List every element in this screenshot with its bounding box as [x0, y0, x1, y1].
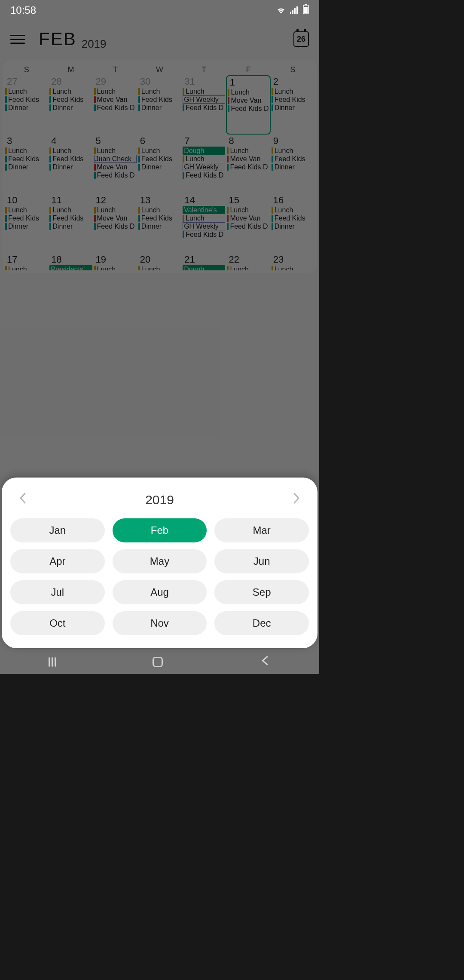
back-button[interactable] — [259, 655, 271, 669]
calendar-cell[interactable]: 23Lunch — [271, 253, 315, 270]
event-chip[interactable]: Lunch — [227, 147, 269, 155]
calendar-cell[interactable]: 27LunchFeed KidsDinner — [4, 75, 49, 135]
event-chip[interactable]: Dinner — [272, 163, 314, 171]
event-chip[interactable]: Presidents' — [49, 265, 92, 270]
event-chip[interactable]: Lunch — [49, 206, 92, 214]
event-chip[interactable]: Lunch — [94, 265, 137, 270]
event-chip[interactable]: Lunch — [49, 87, 92, 95]
event-chip[interactable]: Juan Check — [94, 155, 137, 163]
calendar-cell[interactable]: 15LunchMove VanFeed Kids D — [226, 194, 270, 253]
calendar-cell[interactable]: 14Valentine'sLunchGH WeeklyFeed Kids D — [182, 194, 226, 253]
event-chip[interactable]: Feed Kids — [138, 214, 181, 222]
event-chip[interactable]: Move Van — [94, 95, 137, 104]
event-chip[interactable]: Feed Kids — [272, 95, 314, 104]
event-chip[interactable]: Lunch — [272, 265, 314, 270]
event-chip[interactable]: Feed Kids — [49, 155, 92, 163]
event-chip[interactable]: Lunch — [138, 206, 181, 214]
month-button-mar[interactable]: Mar — [214, 518, 309, 542]
event-chip[interactable]: Feed Kids D — [228, 104, 269, 113]
event-chip[interactable]: Dinner — [272, 104, 314, 112]
event-chip[interactable]: Feed Kids D — [94, 104, 137, 112]
recents-button[interactable] — [49, 657, 56, 667]
calendar-cell[interactable]: 17Lunch — [4, 253, 49, 270]
event-chip[interactable]: Move Van — [94, 214, 137, 222]
event-chip[interactable]: Lunch — [272, 147, 314, 155]
header-year[interactable]: 2019 — [82, 37, 107, 52]
event-chip[interactable]: Feed Kids — [272, 155, 314, 163]
event-chip[interactable]: Lunch — [228, 88, 269, 96]
event-chip[interactable]: GH Weekly — [183, 163, 225, 171]
calendar-cell[interactable]: 2LunchFeed KidsDinner — [271, 75, 315, 135]
event-chip[interactable]: Dough — [183, 265, 225, 270]
calendar-cell[interactable]: 19Lunch — [93, 253, 137, 270]
calendar-cell[interactable]: 8LunchMove VanFeed Kids D — [226, 135, 270, 194]
event-chip[interactable]: Feed Kids — [272, 214, 314, 222]
event-chip[interactable]: Feed Kids — [5, 214, 48, 222]
month-button-oct[interactable]: Oct — [10, 611, 105, 635]
calendar-cell[interactable]: 7DoughLunchGH WeeklyFeed Kids D — [182, 135, 226, 194]
event-chip[interactable]: Lunch — [183, 155, 225, 163]
event-chip[interactable]: Lunch — [5, 147, 48, 155]
month-button-jun[interactable]: Jun — [214, 549, 309, 573]
event-chip[interactable]: Lunch — [272, 206, 314, 214]
event-chip[interactable]: Dinner — [138, 222, 181, 230]
calendar-cell[interactable]: 16LunchFeed KidsDinner — [271, 194, 315, 253]
event-chip[interactable]: Lunch — [138, 87, 181, 95]
event-chip[interactable]: Feed Kids — [138, 155, 181, 163]
event-chip[interactable]: Dinner — [272, 222, 314, 230]
calendar-cell[interactable]: 11LunchFeed KidsDinner — [49, 194, 93, 253]
event-chip[interactable]: Lunch — [183, 87, 225, 95]
event-chip[interactable]: Feed Kids D — [227, 163, 269, 171]
event-chip[interactable]: Lunch — [94, 147, 137, 155]
event-chip[interactable]: Feed Kids D — [183, 171, 225, 179]
event-chip[interactable]: GH Weekly — [183, 222, 225, 230]
calendar-cell[interactable]: 29LunchMove VanFeed Kids D — [93, 75, 137, 135]
event-chip[interactable]: Dinner — [138, 104, 181, 112]
calendar-cell[interactable]: 12LunchMove VanFeed Kids D — [93, 194, 137, 253]
month-button-dec[interactable]: Dec — [214, 611, 309, 635]
header-month[interactable]: FEB — [39, 29, 76, 49]
calendar-cell[interactable]: 6LunchFeed KidsDinner — [137, 135, 182, 194]
event-chip[interactable]: Feed Kids D — [94, 171, 137, 179]
event-chip[interactable]: Lunch — [94, 206, 137, 214]
home-button[interactable] — [153, 657, 163, 667]
event-chip[interactable]: Feed Kids — [5, 95, 48, 104]
calendar-cell[interactable]: 20Lunch — [137, 253, 182, 270]
event-chip[interactable]: Feed Kids D — [227, 222, 269, 230]
event-chip[interactable]: Move Van — [227, 214, 269, 222]
month-button-feb[interactable]: Feb — [113, 518, 207, 542]
event-chip[interactable]: Move Van — [227, 155, 269, 163]
event-chip[interactable]: Valentine's — [183, 206, 225, 214]
event-chip[interactable]: Dinner — [138, 163, 181, 171]
calendar-cell[interactable]: 30LunchFeed KidsDinner — [137, 75, 182, 135]
event-chip[interactable]: Move Van — [94, 163, 137, 171]
event-chip[interactable]: Dinner — [49, 163, 92, 171]
calendar-cell[interactable]: 5LunchJuan CheckMove VanFeed Kids D — [93, 135, 137, 194]
month-button-jul[interactable]: Jul — [10, 580, 105, 604]
event-chip[interactable]: Feed Kids — [49, 95, 92, 104]
event-chip[interactable]: Move Van — [228, 96, 269, 104]
month-button-sep[interactable]: Sep — [214, 580, 309, 604]
event-chip[interactable]: Feed Kids — [138, 95, 181, 104]
today-button[interactable]: 26 — [293, 31, 309, 47]
calendar-cell[interactable]: 3LunchFeed KidsDinner — [4, 135, 49, 194]
calendar-cell[interactable]: 1LunchMove VanFeed Kids D — [226, 75, 270, 135]
month-button-apr[interactable]: Apr — [10, 549, 105, 573]
event-chip[interactable]: Dinner — [5, 104, 48, 112]
event-chip[interactable]: Dinner — [5, 222, 48, 230]
calendar-cell[interactable]: 22Lunch — [226, 253, 270, 270]
event-chip[interactable]: GH Weekly — [183, 95, 225, 104]
event-chip[interactable]: Lunch — [138, 265, 181, 270]
month-button-aug[interactable]: Aug — [113, 580, 207, 604]
calendar-cell[interactable]: 10LunchFeed KidsDinner — [4, 194, 49, 253]
event-chip[interactable]: Feed Kids — [49, 214, 92, 222]
menu-icon[interactable] — [10, 35, 25, 44]
event-chip[interactable]: Lunch — [5, 265, 48, 270]
event-chip[interactable]: Lunch — [94, 87, 137, 95]
event-chip[interactable]: Lunch — [227, 206, 269, 214]
event-chip[interactable]: Lunch — [5, 87, 48, 95]
event-chip[interactable]: Feed Kids D — [183, 230, 225, 239]
prev-year-button[interactable] — [15, 490, 31, 510]
calendar-cell[interactable]: 9LunchFeed KidsDinner — [271, 135, 315, 194]
event-chip[interactable]: Lunch — [183, 214, 225, 222]
